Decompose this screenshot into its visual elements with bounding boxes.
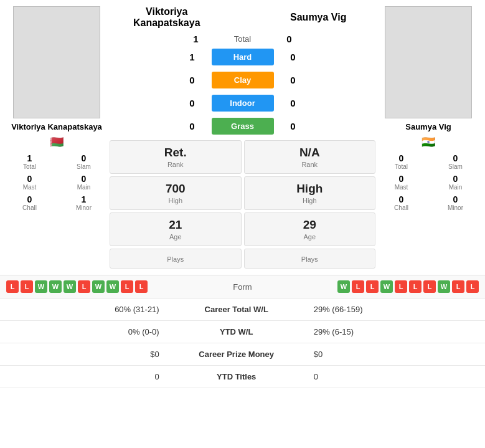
player1-chall-stat: 0 Chall: [4, 193, 55, 213]
p2-ytd-wl: 29% (6-15): [305, 321, 485, 343]
form-badge: L: [452, 280, 464, 293]
p2-grass-score: 0: [278, 121, 309, 131]
clay-button[interactable]: Clay: [212, 72, 274, 88]
p1-prize: $0: [0, 343, 168, 366]
player1-flag: 🇧🇾: [50, 135, 64, 149]
p2-indoor-score: 0: [278, 98, 309, 108]
p2-career-total: 29% (66-159): [305, 298, 485, 321]
p1-hard-score: 1: [177, 52, 208, 62]
player1-total-stat: 1 Total: [4, 151, 55, 172]
player1-mast-stat: 0 Mast: [4, 172, 55, 193]
p1-rank-value: Ret.: [113, 146, 238, 160]
player2-main-value: 0: [430, 174, 481, 184]
p1-rank-label: Rank: [113, 161, 238, 168]
form-badge: L: [352, 280, 364, 293]
player2-slam-stat: 0 Slam: [430, 151, 481, 172]
hard-button[interactable]: Hard: [212, 49, 274, 65]
titles-row: 0 YTD Titles 0: [0, 366, 485, 388]
ytd-wl-label: YTD W/L: [168, 321, 305, 343]
player1-minor-value: 1: [58, 194, 110, 204]
indoor-button[interactable]: Indoor: [212, 95, 274, 112]
player2-photo: [385, 6, 472, 118]
total-label: Total: [212, 34, 274, 44]
p1-plays-label: Plays: [113, 255, 238, 263]
form-badge: L: [409, 280, 421, 293]
player2-mast-stat: 0 Mast: [375, 172, 427, 193]
clay-row: 0 Clay 0: [110, 70, 375, 90]
form-badge: L: [423, 280, 436, 293]
p1-clay-score: 0: [177, 75, 208, 85]
form-badge: W: [106, 280, 119, 293]
form-badge: L: [466, 280, 479, 293]
p2-rank-box: N/A Rank: [244, 140, 376, 174]
player2-chall-stat: 0 Chall: [375, 193, 427, 213]
p2-plays-label: Plays: [247, 255, 373, 263]
player1-slam-value: 0: [58, 153, 110, 163]
p2-age-label: Age: [247, 233, 373, 241]
form-label: Form: [233, 282, 252, 292]
p1-high-box: 700 High: [110, 176, 242, 210]
form-badge: L: [395, 280, 407, 293]
form-badge: L: [121, 280, 133, 293]
p2-rank-label: Rank: [247, 161, 373, 168]
p1-high-value: 700: [113, 182, 238, 196]
p1-age-box: 21 Age: [110, 212, 242, 246]
form-badge: W: [380, 280, 393, 293]
p1-rank-box: Ret. Rank: [110, 140, 242, 174]
form-badge: W: [49, 280, 62, 293]
indoor-row: 0 Indoor 0: [110, 93, 375, 113]
player1-mast-value: 0: [4, 174, 55, 184]
player1-header: Viktoriya Kanapatskaya: [110, 6, 224, 29]
player1-photo: [13, 6, 100, 118]
player1-main-label: Main: [58, 184, 110, 191]
career-total-label: Career Total W/L: [168, 298, 305, 321]
player2-total-value: 0: [375, 153, 427, 163]
player1-slam-label: Slam: [58, 163, 110, 170]
player2-mast-label: Mast: [375, 184, 427, 191]
player2-minor-value: 0: [430, 194, 481, 204]
p2-titles: 0: [305, 366, 485, 388]
player2-flag: 🇮🇳: [421, 135, 435, 149]
form-badge: W: [92, 280, 105, 293]
form-badge: L: [78, 280, 90, 293]
player2-total-label: Total: [375, 163, 427, 170]
p2-high-value: High: [247, 182, 373, 196]
player2-panel: Saumya Vig 🇮🇳 0 Total 0 Slam 0 Mast 0 Ma…: [375, 6, 481, 269]
hard-row: 1 Hard 0: [110, 47, 375, 67]
form-section: LLWWWLWWLL Form WLLWLLLWLL: [0, 275, 485, 298]
form-badge: W: [438, 280, 450, 293]
player2-header: Saumya Vig: [261, 12, 376, 23]
p2-age-value: 29: [247, 218, 373, 232]
player2-slam-value: 0: [430, 153, 481, 163]
prize-label: Career Prize Money: [168, 343, 305, 366]
grass-button[interactable]: Grass: [212, 118, 274, 135]
p2-hard-score: 0: [278, 52, 309, 62]
player2-chall-label: Chall: [375, 204, 427, 211]
p1-age-label: Age: [113, 233, 238, 241]
center-content: Viktoriya Kanapatskaya Saumya Vig 1 Tota…: [110, 6, 375, 269]
p1-plays-box: Plays: [110, 249, 242, 269]
p2-rank-value: N/A: [247, 146, 373, 160]
career-stats-table: 60% (31-21) Career Total W/L 29% (66-159…: [0, 298, 485, 388]
player1-chall-label: Chall: [4, 204, 55, 211]
p1-age-value: 21: [113, 218, 238, 232]
player1-minor-stat: 1 Minor: [58, 193, 110, 213]
player1-main-stat: 0 Main: [58, 172, 110, 193]
p2-high-label: High: [247, 197, 373, 204]
form-badge: L: [6, 280, 19, 293]
player1-form: LLWWWLWWLL: [6, 280, 148, 293]
player1-minor-label: Minor: [58, 204, 110, 211]
p2-age-box: 29 Age: [244, 212, 376, 246]
player1-total-label: Total: [4, 163, 55, 170]
player1-chall-value: 0: [4, 194, 55, 204]
player2-main-stat: 0 Main: [430, 172, 481, 193]
p1-grass-score: 0: [177, 121, 208, 131]
p1-career-total: 60% (31-21): [0, 298, 168, 321]
player2-total-stat: 0 Total: [375, 151, 427, 172]
player2-minor-label: Minor: [430, 204, 481, 211]
player2-minor-stat: 0 Minor: [430, 193, 481, 213]
ytd-wl-row: 0% (0-0) YTD W/L 29% (6-15): [0, 321, 485, 343]
titles-label: YTD Titles: [168, 366, 305, 388]
total-score-row: 1 Total 0: [110, 34, 375, 44]
player1-total-value: 1: [4, 153, 55, 163]
